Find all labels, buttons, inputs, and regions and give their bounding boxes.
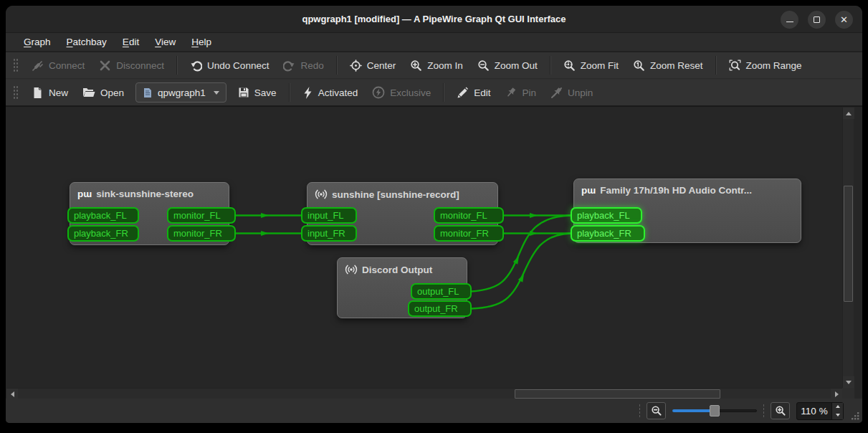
menu-graph[interactable]: Graph xyxy=(17,34,57,49)
menubar: Graph Patchbay Edit View Help xyxy=(6,33,862,52)
horizontal-scrollbar[interactable] xyxy=(6,388,842,399)
save-button[interactable]: Save xyxy=(231,82,284,103)
arrow-up-icon xyxy=(846,112,852,115)
spin-down-button[interactable] xyxy=(832,411,843,419)
zoom-in-icon xyxy=(410,60,422,72)
wire-arrowhead xyxy=(530,213,538,218)
exclusive-button[interactable]: Exclusive xyxy=(365,82,438,103)
pin-button[interactable]: Pin xyxy=(497,82,543,103)
center-button[interactable]: Center xyxy=(343,55,404,75)
zoom-reset-icon xyxy=(633,60,645,72)
port-sink-monitor-fr[interactable]: monitor_FR xyxy=(167,225,236,242)
zoom-out-button[interactable]: Zoom Out xyxy=(470,55,545,75)
window-controls: ✕ xyxy=(781,11,853,29)
graph-canvas-frame: pɯ sink-sunshine-stereo sunshine [sunshi… xyxy=(6,106,862,399)
menu-edit[interactable]: Edit xyxy=(116,34,146,49)
toolbar-separator xyxy=(289,83,290,102)
close-button[interactable]: ✕ xyxy=(835,11,853,29)
arrow-down-icon xyxy=(836,414,840,417)
wire-arrowhead xyxy=(530,231,538,236)
slider-fill xyxy=(672,409,714,412)
new-button[interactable]: New xyxy=(24,82,75,103)
port-sunshine-input-fl[interactable]: input_FL xyxy=(301,207,357,224)
port-sink-monitor-fl[interactable]: monitor_FL xyxy=(167,207,236,224)
zoom-out-icon xyxy=(651,405,662,417)
connect-button[interactable]: Connect xyxy=(24,55,92,75)
node-title: sunshine [sunshine-record] xyxy=(332,189,459,200)
toolbar-separator xyxy=(550,56,551,75)
zoom-range-button[interactable]: Zoom Range xyxy=(722,55,809,75)
activated-bolt-icon xyxy=(302,87,313,99)
port-discord-output-fl[interactable]: output_FL xyxy=(411,283,472,300)
scroll-up-button[interactable] xyxy=(843,108,854,119)
undo-connect-button[interactable]: Undo Connect xyxy=(183,55,276,75)
redo-button[interactable]: Redo xyxy=(276,55,330,75)
redo-icon xyxy=(283,60,295,72)
toolbar-drag-handle[interactable] xyxy=(13,57,19,73)
zoom-in-button[interactable]: Zoom In xyxy=(403,55,470,75)
menu-view[interactable]: View xyxy=(148,34,182,49)
port-family-playback-fl[interactable]: playback_FL xyxy=(571,207,642,224)
session-combo-value: qpwgraph1 xyxy=(158,87,206,98)
menu-patchbay[interactable]: Patchbay xyxy=(60,34,113,49)
port-sunshine-monitor-fr[interactable]: monitor_FR xyxy=(434,225,504,242)
session-toolbar: New Open qpwgraph1 Save Activated Exclus… xyxy=(6,80,862,106)
activated-button[interactable]: Activated xyxy=(295,82,366,103)
chevron-down-icon xyxy=(214,91,219,95)
statusbar: 110 % xyxy=(6,399,862,423)
zoom-slider[interactable] xyxy=(672,404,757,418)
zoom-range-icon xyxy=(729,60,741,72)
port-sunshine-monitor-fl[interactable]: monitor_FL xyxy=(434,207,504,224)
unpin-button[interactable]: Unpin xyxy=(543,82,600,103)
vertical-scrollbar[interactable] xyxy=(842,108,854,388)
zoom-value: 110 % xyxy=(797,403,831,419)
edit-button[interactable]: Edit xyxy=(449,82,497,103)
titlebar[interactable]: qpwgraph1 [modified] — A PipeWire Graph … xyxy=(6,6,862,33)
menu-help[interactable]: Help xyxy=(185,34,218,49)
undo-icon xyxy=(190,60,202,72)
center-icon xyxy=(350,60,362,72)
wire-arrowhead xyxy=(261,231,269,236)
node-title: Discord Output xyxy=(362,265,432,275)
scrollbar-corner xyxy=(842,388,854,399)
slider-handle[interactable] xyxy=(710,405,720,417)
port-sink-playback-fl[interactable]: playback_FL xyxy=(67,207,139,224)
statusbar-separator xyxy=(639,404,640,417)
session-combo[interactable]: qpwgraph1 xyxy=(135,82,226,103)
toolbar-drag-handle[interactable] xyxy=(13,85,19,100)
scroll-down-button[interactable] xyxy=(843,376,854,388)
port-family-playback-fr[interactable]: playback_FR xyxy=(571,225,645,242)
port-discord-output-fr[interactable]: output_FR xyxy=(408,300,472,317)
node-header: pɯ Family 17h/19h HD Audio Contr... xyxy=(574,179,801,196)
horizontal-scroll-thumb[interactable] xyxy=(515,389,720,399)
resize-grip[interactable] xyxy=(849,410,860,421)
zoom-spinbox[interactable]: 110 % xyxy=(796,402,844,420)
node-header: Discord Output xyxy=(338,258,467,275)
statusbar-zoom-in-button[interactable] xyxy=(771,402,790,419)
graph-canvas[interactable]: pɯ sink-sunshine-stereo sunshine [sunshi… xyxy=(6,108,842,388)
node-title: Family 17h/19h HD Audio Contr... xyxy=(600,185,752,196)
connect-icon xyxy=(32,60,44,72)
open-button[interactable]: Open xyxy=(75,82,131,103)
close-icon: ✕ xyxy=(840,15,848,24)
edit-pencil-icon xyxy=(457,87,469,99)
vertical-scroll-thumb[interactable] xyxy=(844,186,853,302)
arrow-right-icon xyxy=(835,391,839,397)
wire-arrowhead xyxy=(261,213,269,218)
statusbar-zoom-out-button[interactable] xyxy=(647,402,666,419)
port-sink-playback-fr[interactable]: playback_FR xyxy=(67,225,139,242)
zoom-fit-button[interactable]: Zoom Fit xyxy=(556,55,626,75)
toolbar-separator xyxy=(336,56,338,75)
disconnect-button[interactable]: Disconnect xyxy=(92,55,171,75)
zoom-out-icon xyxy=(477,60,490,72)
spin-up-button[interactable] xyxy=(832,403,843,411)
maximize-button[interactable] xyxy=(808,11,826,29)
node-header: pɯ sink-sunshine-stereo xyxy=(70,183,229,199)
port-sunshine-input-fr[interactable]: input_FR xyxy=(301,225,357,242)
arrow-left-icon xyxy=(11,391,14,397)
minimize-button[interactable] xyxy=(781,11,798,29)
app-window: qpwgraph1 [modified] — A PipeWire Graph … xyxy=(6,6,862,423)
open-folder-icon xyxy=(82,87,95,98)
arrow-down-icon xyxy=(846,381,852,384)
zoom-reset-button[interactable]: Zoom Reset xyxy=(626,55,710,75)
